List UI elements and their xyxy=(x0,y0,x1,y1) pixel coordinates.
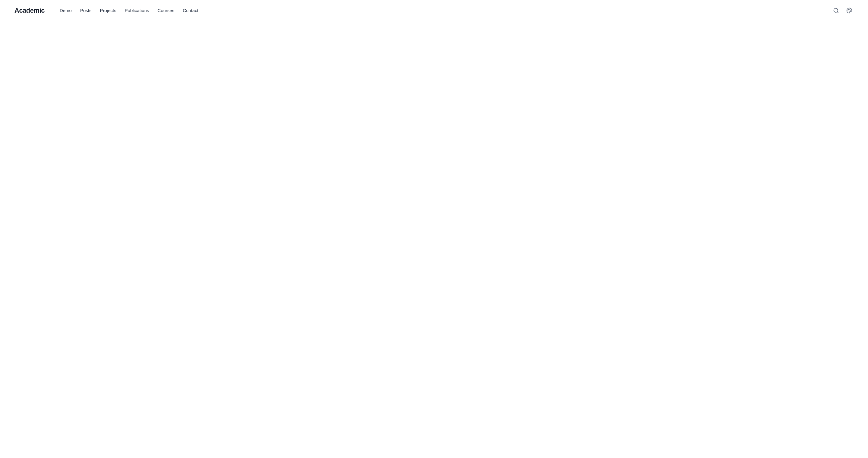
nav-item-posts[interactable]: Posts xyxy=(77,6,95,15)
svg-line-1 xyxy=(837,11,838,13)
main-nav: DemoPostsProjectsPublicationsCoursesCont… xyxy=(57,6,201,15)
svg-point-4 xyxy=(848,9,849,9)
brand-logo[interactable]: Academic xyxy=(14,7,44,15)
nav-item-courses[interactable]: Courses xyxy=(155,6,178,15)
svg-point-2 xyxy=(849,9,850,9)
nav-item-projects[interactable]: Projects xyxy=(97,6,119,15)
main-content xyxy=(0,21,868,458)
svg-point-5 xyxy=(848,10,848,11)
nav-item-publications[interactable]: Publications xyxy=(122,6,152,15)
theme-button[interactable] xyxy=(845,6,854,15)
palette-icon xyxy=(846,7,852,13)
nav-item-contact[interactable]: Contact xyxy=(180,6,201,15)
nav-item-demo[interactable]: Demo xyxy=(57,6,75,15)
search-icon xyxy=(833,7,839,13)
search-button[interactable] xyxy=(832,6,840,15)
site-header: Academic DemoPostsProjectsPublicationsCo… xyxy=(0,0,868,21)
header-right xyxy=(832,6,854,15)
header-left: Academic DemoPostsProjectsPublicationsCo… xyxy=(14,6,201,15)
